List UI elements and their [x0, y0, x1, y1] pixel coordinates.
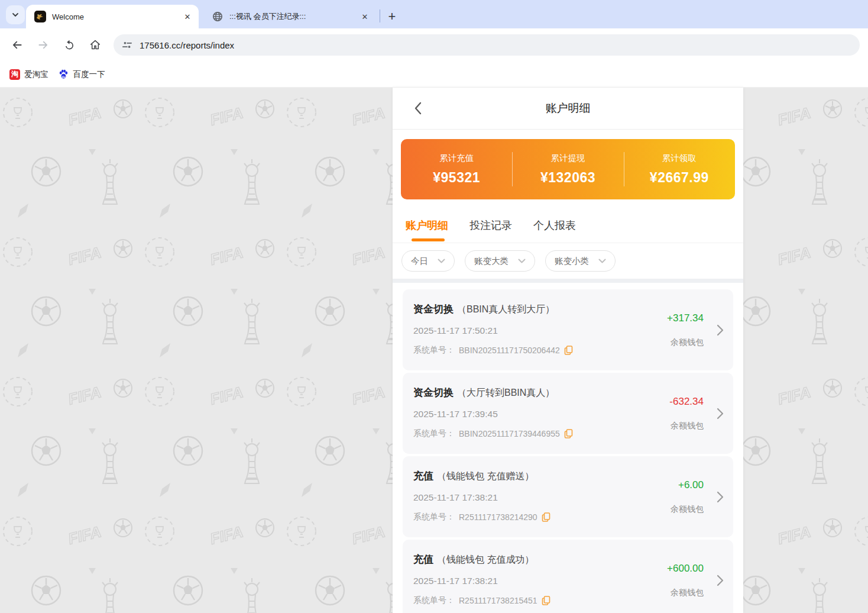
- record-wallet: 余额钱包: [671, 421, 704, 431]
- tab-divider: [380, 9, 380, 22]
- panel-tab-bar: 账户明细 投注记录 个人报表: [393, 208, 743, 243]
- chevron-right-icon[interactable]: [717, 324, 724, 336]
- baidu-paw-icon: du: [58, 69, 69, 80]
- record-order-label: 系统单号：: [413, 512, 455, 522]
- record-order-number: BBIN202511171750206442: [459, 346, 560, 355]
- bookmark-label: 爱淘宝: [24, 69, 48, 80]
- summary-total-claimed: 累计领取 ¥2667.99: [624, 139, 735, 199]
- record-subtitle: （钱能钱包 充值赠送）: [437, 470, 534, 483]
- record-card[interactable]: 充值 （钱能钱包 充值赠送） 2025-11-17 17:38:21 系统单号：…: [403, 456, 733, 537]
- panel-header: 账户明细: [393, 88, 743, 130]
- chevron-right-icon[interactable]: [717, 408, 724, 420]
- chevron-right-icon[interactable]: [717, 491, 724, 503]
- back-arrow-icon: [11, 38, 24, 51]
- record-card[interactable]: 充值 （钱能钱包 充值成功） 2025-11-17 17:38:21 系统单号：…: [403, 540, 733, 613]
- tab-welcome[interactable]: Welcome ✕: [26, 5, 199, 28]
- record-wallet: 余额钱包: [671, 588, 704, 598]
- summary-total-deposit: 累计充值 ¥95321: [401, 139, 512, 199]
- url-bar[interactable]: 175616.cc/reports/index: [114, 34, 860, 56]
- chevron-right-icon[interactable]: [717, 575, 724, 586]
- page-background: FIFA: [0, 88, 868, 613]
- filter-minor-category[interactable]: 账变小类: [545, 250, 616, 272]
- taobao-icon: 淘: [9, 69, 20, 80]
- record-amount: -632.34: [669, 396, 704, 408]
- forward-arrow-icon: [37, 38, 50, 51]
- filter-date[interactable]: 今日: [401, 250, 455, 272]
- record-card[interactable]: 资金切换 （BBIN真人转到大厅） 2025-11-17 17:50:21 系统…: [403, 289, 733, 370]
- chevron-down-icon: [598, 259, 606, 264]
- record-subtitle: （大厅转到BBIN真人）: [457, 387, 555, 399]
- bookmarks-bar: 淘 爱淘宝 du 百度一下: [0, 62, 868, 88]
- summary-value: ¥132063: [540, 170, 595, 186]
- record-order-number: BBIN202511171739446955: [459, 429, 560, 438]
- active-tab-underline: [412, 238, 445, 241]
- record-order-label: 系统单号：: [413, 428, 455, 439]
- summary-total-withdraw: 累计提现 ¥132063: [512, 139, 623, 199]
- copy-icon[interactable]: [564, 429, 573, 438]
- new-tab-button[interactable]: +: [384, 8, 400, 25]
- tab-account-detail[interactable]: 账户明细: [406, 218, 448, 233]
- globe-icon: [212, 11, 224, 22]
- record-type: 资金切换: [413, 386, 454, 399]
- bookmark-label: 百度一下: [73, 69, 105, 80]
- tab-title: Welcome: [52, 12, 177, 21]
- back-button[interactable]: [7, 35, 27, 55]
- reload-icon: [63, 39, 76, 51]
- record-order-label: 系统单号：: [413, 345, 455, 356]
- site-settings-icon[interactable]: [122, 40, 132, 50]
- account-detail-panel: 账户明细 累计充值 ¥95321 累计提现 ¥132063 累计领取 ¥2667…: [393, 88, 743, 613]
- reload-button[interactable]: [59, 35, 79, 55]
- tab-search-button[interactable]: [6, 5, 25, 24]
- record-order-number: R2511171738214290: [459, 512, 537, 522]
- summary-label: 累计领取: [662, 153, 697, 164]
- filter-label: 账变大类: [474, 256, 509, 267]
- chevron-down-icon: [438, 259, 445, 264]
- filter-row: 今日 账变大类 账变小类: [393, 243, 743, 279]
- section-divider: [393, 279, 743, 283]
- record-order-label: 系统单号：: [413, 595, 455, 606]
- record-amount: +317.34: [667, 312, 704, 324]
- forward-button[interactable]: [33, 35, 53, 55]
- copy-icon[interactable]: [542, 512, 550, 522]
- record-subtitle: （BBIN真人转到大厅）: [457, 304, 555, 316]
- filter-label: 今日: [411, 256, 428, 267]
- record-datetime: 2025-11-17 17:50:21: [413, 325, 633, 336]
- url-text[interactable]: 175616.cc/reports/index: [140, 40, 234, 50]
- copy-icon[interactable]: [564, 346, 573, 355]
- record-amount: +600.00: [667, 563, 704, 575]
- copy-icon[interactable]: [542, 596, 550, 605]
- filter-major-category[interactable]: 账变大类: [465, 250, 535, 272]
- back-button-panel[interactable]: [408, 88, 427, 129]
- page-title: 账户明细: [546, 101, 591, 116]
- summary-card: 累计充值 ¥95321 累计提现 ¥132063 累计领取 ¥2667.99: [401, 139, 735, 199]
- record-subtitle: （钱能钱包 充值成功）: [437, 554, 534, 566]
- record-card[interactable]: 资金切换 （大厅转到BBIN真人） 2025-11-17 17:39:45 系统…: [403, 373, 733, 454]
- home-button[interactable]: [85, 35, 105, 55]
- record-order-number: R2511171738215451: [459, 596, 537, 605]
- tab-personal-report[interactable]: 个人报表: [533, 218, 576, 233]
- home-icon: [89, 38, 102, 51]
- tab-strip: Welcome ✕ :::视讯 会员下注纪录::: ✕ +: [0, 0, 868, 28]
- record-datetime: 2025-11-17 17:39:45: [413, 409, 633, 420]
- record-type: 充值: [413, 469, 433, 483]
- tab-bet-records[interactable]: 投注记录: [469, 218, 512, 233]
- record-type: 资金切换: [413, 302, 454, 316]
- close-tab-icon[interactable]: ✕: [359, 11, 370, 22]
- records-list: 资金切换 （BBIN真人转到大厅） 2025-11-17 17:50:21 系统…: [393, 283, 743, 613]
- summary-label: 累计提现: [550, 153, 585, 164]
- svg-text:du: du: [61, 75, 65, 79]
- bookmark-aitaobao[interactable]: 淘 爱淘宝: [9, 69, 48, 80]
- browser-toolbar: 175616.cc/reports/index: [0, 28, 868, 62]
- record-wallet: 余额钱包: [671, 504, 704, 515]
- close-tab-icon[interactable]: ✕: [182, 11, 193, 22]
- record-wallet: 余额钱包: [671, 337, 704, 348]
- record-type: 充值: [413, 553, 433, 566]
- bookmark-baidu[interactable]: du 百度一下: [58, 69, 105, 80]
- summary-value: ¥95321: [433, 170, 480, 186]
- summary-value: ¥2667.99: [650, 170, 709, 186]
- chevron-down-icon: [11, 11, 20, 19]
- tab-betting-records[interactable]: :::视讯 会员下注纪录::: ✕: [203, 5, 376, 28]
- chevron-down-icon: [518, 259, 526, 264]
- summary-label: 累计充值: [439, 153, 474, 164]
- chevron-left-icon: [414, 102, 422, 115]
